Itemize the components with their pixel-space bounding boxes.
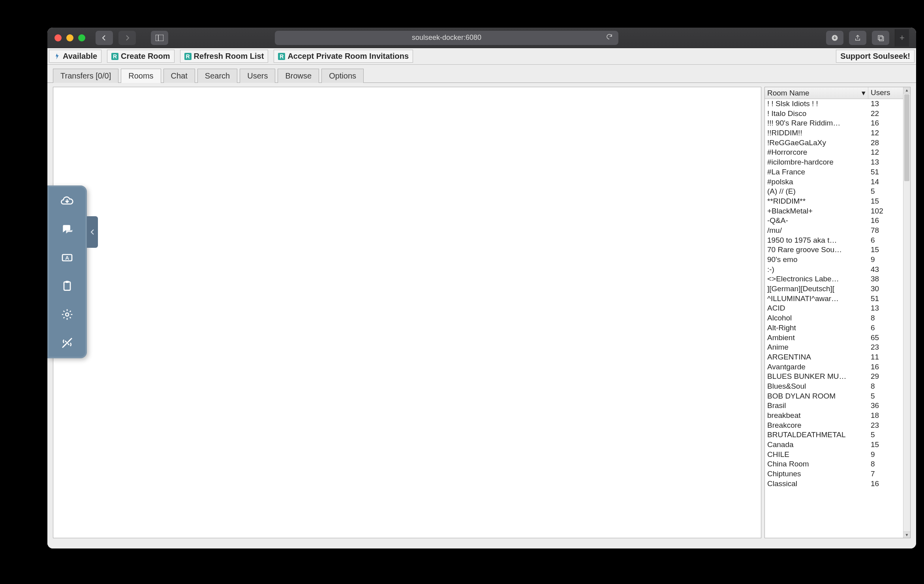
room-row[interactable]: breakbeat18 bbox=[765, 411, 903, 421]
room-row[interactable]: **RIDDIM**15 bbox=[765, 197, 903, 206]
tab-search[interactable]: Search bbox=[197, 69, 237, 83]
room-row[interactable]: Breakcore23 bbox=[765, 421, 903, 431]
room-row[interactable]: !!RIDDIM!!12 bbox=[765, 128, 903, 138]
sidebar-toggle-icon[interactable] bbox=[151, 31, 168, 45]
room-row[interactable]: Canada15 bbox=[765, 440, 903, 450]
vnc-keyboard-icon[interactable]: A bbox=[59, 249, 75, 266]
maximize-window-icon[interactable] bbox=[78, 34, 85, 41]
app-toolbar: Available R Create Room R Refresh Room L… bbox=[47, 48, 916, 65]
room-row[interactable]: <>Electronics Labe…38 bbox=[765, 274, 903, 284]
room-row[interactable]: /mu/78 bbox=[765, 226, 903, 236]
room-row[interactable]: CHILE9 bbox=[765, 450, 903, 460]
accept-invites-button[interactable]: R Accept Private Room Invitations bbox=[274, 50, 413, 63]
room-row[interactable]: 70 Rare groove Sou…15 bbox=[765, 245, 903, 255]
room-row[interactable]: ACID13 bbox=[765, 303, 903, 313]
tab-transfers[interactable]: Transfers [0/0] bbox=[53, 69, 118, 83]
room-row[interactable]: #icilombre-hardcore13 bbox=[765, 157, 903, 167]
room-row[interactable]: ! ! Slsk Idiots ! !13 bbox=[765, 99, 903, 109]
room-row[interactable]: 1950 to 1975 aka t…6 bbox=[765, 236, 903, 245]
room-name-cell: 1950 to 1975 aka t… bbox=[765, 236, 868, 245]
vnc-disconnect-icon[interactable] bbox=[59, 335, 75, 351]
minimize-window-icon[interactable] bbox=[66, 34, 73, 41]
room-row[interactable]: BLUES BUNKER MU…29 bbox=[765, 372, 903, 382]
tab-options[interactable]: Options bbox=[321, 69, 364, 83]
support-label: Support Soulseek! bbox=[840, 52, 910, 61]
refresh-room-list-button[interactable]: R Refresh Room List bbox=[180, 50, 269, 63]
room-table-header: Room Name ▾ Users bbox=[765, 87, 903, 99]
room-users-cell: 6 bbox=[868, 236, 903, 245]
room-users-cell: 65 bbox=[868, 333, 903, 343]
svg-rect-4 bbox=[879, 37, 884, 41]
tab-label: Users bbox=[247, 71, 268, 80]
room-chat-panel bbox=[53, 87, 761, 538]
tab-browse[interactable]: Browse bbox=[278, 69, 319, 83]
room-row[interactable]: BOB DYLAN ROOM5 bbox=[765, 391, 903, 401]
col-users[interactable]: Users bbox=[868, 87, 903, 99]
room-row[interactable]: #La France51 bbox=[765, 167, 903, 177]
vnc-download-icon[interactable] bbox=[59, 193, 75, 209]
room-table-body[interactable]: ! ! Slsk Idiots ! !13! Italo Disco22!!! … bbox=[765, 99, 903, 538]
room-name-cell: #La France bbox=[765, 167, 868, 177]
room-row[interactable]: !!! 90's Rare Riddim…16 bbox=[765, 118, 903, 128]
room-users-cell: 16 bbox=[868, 118, 903, 128]
status-available-button[interactable]: Available bbox=[49, 50, 101, 63]
room-row[interactable]: Alcohol8 bbox=[765, 313, 903, 323]
room-row[interactable]: (A) // (E)5 bbox=[765, 187, 903, 197]
scroll-thumb[interactable] bbox=[904, 94, 909, 181]
tab-chat[interactable]: Chat bbox=[163, 69, 195, 83]
room-name-cell: #Horrorcore bbox=[765, 148, 868, 157]
scroll-down-icon[interactable]: ▼ bbox=[903, 532, 910, 538]
room-row[interactable]: 90's emo9 bbox=[765, 255, 903, 265]
room-row[interactable]: ][German][Deutsch][30 bbox=[765, 284, 903, 294]
tab-label: Search bbox=[205, 71, 230, 80]
col-room-name[interactable]: Room Name ▾ bbox=[765, 87, 868, 99]
room-row[interactable]: :-)43 bbox=[765, 265, 903, 275]
room-users-cell: 6 bbox=[868, 323, 903, 333]
room-row[interactable]: Alt-Right6 bbox=[765, 323, 903, 333]
url-bar[interactable]: soulseek-docker:6080 bbox=[275, 31, 618, 45]
room-row[interactable]: ARGENTINA11 bbox=[765, 352, 903, 362]
create-room-button[interactable]: R Create Room bbox=[107, 50, 174, 63]
back-button[interactable] bbox=[96, 31, 113, 45]
room-row[interactable]: Ambient65 bbox=[765, 333, 903, 343]
room-row[interactable]: -Q&A-16 bbox=[765, 216, 903, 226]
room-row[interactable]: BRUTALDEATHMETAL5 bbox=[765, 430, 903, 440]
vnc-chat-icon[interactable] bbox=[59, 221, 75, 238]
tab-rooms[interactable]: Rooms bbox=[121, 69, 161, 83]
room-row[interactable]: Blues&Soul8 bbox=[765, 382, 903, 391]
vnc-settings-icon[interactable] bbox=[59, 306, 75, 323]
room-row[interactable]: !ReGGaeGaLaXy28 bbox=[765, 138, 903, 148]
room-row[interactable]: Chiptunes7 bbox=[765, 469, 903, 479]
vnc-sidebar-collapse[interactable] bbox=[87, 216, 98, 248]
tab-users[interactable]: Users bbox=[240, 69, 275, 83]
room-row[interactable]: #polska14 bbox=[765, 177, 903, 187]
room-row[interactable]: Classical16 bbox=[765, 479, 903, 489]
room-row[interactable]: Anime23 bbox=[765, 343, 903, 352]
close-window-icon[interactable] bbox=[54, 34, 62, 41]
room-row[interactable]: China Room8 bbox=[765, 459, 903, 469]
room-row[interactable]: ! Italo Disco22 bbox=[765, 109, 903, 119]
reload-icon[interactable] bbox=[606, 33, 613, 42]
forward-button[interactable] bbox=[118, 31, 136, 45]
room-row[interactable]: #Horrorcore12 bbox=[765, 148, 903, 157]
accept-invites-label: Accept Private Room Invitations bbox=[287, 52, 409, 61]
downloads-icon[interactable] bbox=[826, 31, 843, 45]
room-users-cell: 30 bbox=[868, 284, 903, 294]
room-row[interactable]: +BlackMetal+102 bbox=[765, 206, 903, 216]
room-row[interactable]: Brasil36 bbox=[765, 401, 903, 411]
room-row[interactable]: Avantgarde16 bbox=[765, 362, 903, 372]
room-name-cell: breakbeat bbox=[765, 411, 868, 421]
scroll-up-icon[interactable]: ▲ bbox=[903, 87, 910, 94]
support-soulseek-button[interactable]: Support Soulseek! bbox=[836, 50, 915, 63]
new-tab-button[interactable]: + bbox=[895, 29, 909, 47]
tab-label: Transfers [0/0] bbox=[60, 71, 111, 80]
room-name-cell: +BlackMetal+ bbox=[765, 206, 868, 216]
scrollbar[interactable]: ▲ ▼ bbox=[903, 87, 910, 538]
tabs-overview-icon[interactable] bbox=[872, 31, 889, 45]
vnc-clipboard-icon[interactable] bbox=[59, 278, 75, 294]
room-users-cell: 28 bbox=[868, 138, 903, 148]
room-users-cell: 51 bbox=[868, 294, 903, 304]
room-name-cell: CHILE bbox=[765, 450, 868, 460]
share-icon[interactable] bbox=[849, 31, 866, 45]
room-row[interactable]: ^ILLUMINATI^awar…51 bbox=[765, 294, 903, 304]
